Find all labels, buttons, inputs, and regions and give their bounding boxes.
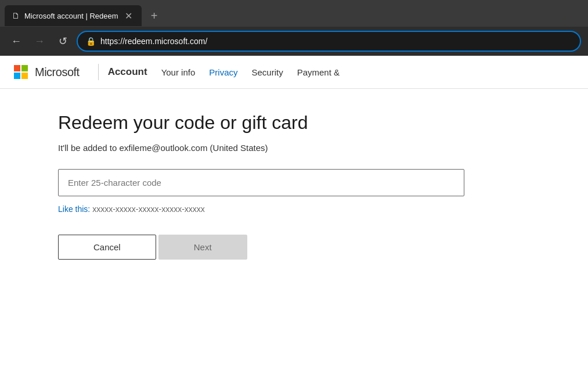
new-tab-button[interactable]: + bbox=[146, 8, 163, 24]
back-button[interactable]: ← bbox=[7, 32, 26, 51]
page-title: Redeem your code or gift card bbox=[58, 112, 530, 134]
refresh-button[interactable]: ↺ bbox=[53, 32, 72, 51]
next-button[interactable]: Next bbox=[158, 235, 247, 260]
hint-code: xxxxx-xxxxx-xxxxx-xxxxx-xxxxx bbox=[92, 204, 205, 214]
nav-privacy[interactable]: Privacy bbox=[209, 67, 237, 77]
microsoft-logo: Microsoft bbox=[14, 65, 80, 79]
page-content: Microsoft Account Your info Privacy Secu… bbox=[0, 56, 588, 283]
logo-red bbox=[14, 65, 20, 71]
nav-your-info[interactable]: Your info bbox=[161, 67, 196, 77]
site-nav: Microsoft Account Your info Privacy Secu… bbox=[0, 56, 588, 89]
back-icon: ← bbox=[11, 35, 21, 48]
nav-account[interactable]: Account bbox=[108, 66, 147, 78]
subtitle: It'll be added to exfileme@outlook.com (… bbox=[58, 143, 530, 153]
tab-icon: 🗋 bbox=[12, 11, 20, 20]
logo-green bbox=[21, 65, 28, 71]
ms-logo-grid bbox=[14, 65, 28, 79]
code-input[interactable] bbox=[58, 169, 464, 196]
browser-tab[interactable]: 🗋 Microsoft account | Redeem ✕ bbox=[5, 5, 142, 26]
hint-like-this: Like this: bbox=[58, 204, 92, 214]
forward-icon: → bbox=[34, 35, 45, 48]
address-input-wrapper[interactable]: 🔒 bbox=[77, 31, 581, 52]
microsoft-logo-text: Microsoft bbox=[35, 66, 80, 79]
hint-text: Like this: xxxxx-xxxxx-xxxxx-xxxxx-xxxxx bbox=[58, 204, 530, 214]
cancel-button[interactable]: Cancel bbox=[58, 235, 156, 260]
forward-button[interactable]: → bbox=[30, 32, 49, 51]
logo-blue bbox=[14, 73, 20, 79]
button-row: Cancel Next bbox=[58, 235, 530, 260]
nav-payment[interactable]: Payment & bbox=[297, 67, 340, 77]
lock-icon: 🔒 bbox=[86, 37, 96, 46]
address-input[interactable] bbox=[100, 37, 572, 46]
address-bar: ← → ↺ 🔒 bbox=[0, 27, 588, 56]
nav-security[interactable]: Security bbox=[251, 67, 283, 77]
main-content: Redeem your code or gift card It'll be a… bbox=[0, 89, 588, 283]
tab-title: Microsoft account | Redeem bbox=[24, 12, 118, 20]
logo-yellow bbox=[21, 73, 28, 79]
tab-close-button[interactable]: ✕ bbox=[123, 10, 135, 21]
nav-divider bbox=[98, 64, 99, 80]
refresh-icon: ↺ bbox=[59, 35, 67, 48]
